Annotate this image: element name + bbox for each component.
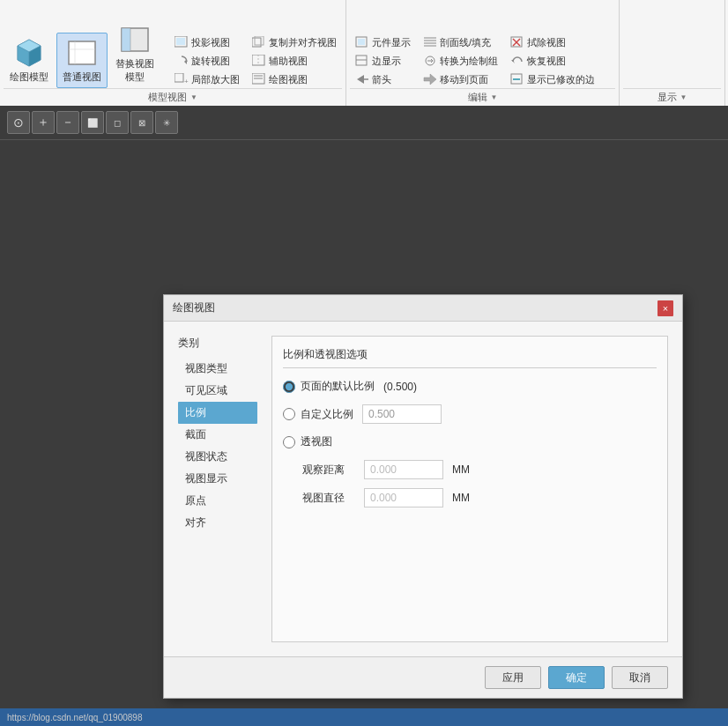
cut-icon <box>423 36 437 48</box>
ribbon-group-edit-label[interactable]: 编辑 ▼ <box>350 88 615 106</box>
svg-marker-32 <box>424 74 436 85</box>
dialog-title-bar: 绘图视图 × <box>164 295 682 322</box>
perspective-label[interactable]: 透视图 <box>283 434 332 449</box>
confirm-button[interactable]: 确定 <box>548 666 605 689</box>
observe-distance-unit: MM <box>452 463 470 476</box>
page-default-scale-radio[interactable] <box>283 381 295 393</box>
ribbon-group-model-view: 绘图模型 普通视图 替 <box>0 0 346 106</box>
sidebar-item-align[interactable]: 对齐 <box>178 512 257 534</box>
show-modified-button[interactable]: 显示已修改的边 <box>505 70 600 88</box>
replace-view-button[interactable]: 替换视图模型 <box>109 19 160 88</box>
rotate-view-button[interactable]: 旋转视图 <box>169 52 245 70</box>
view-diameter-label: 视图直径 <box>302 491 355 506</box>
local-zoom-button[interactable]: + 局部放大图 <box>169 70 245 88</box>
status-text: https://blog.csdn.net/qq_01900898 <box>7 713 142 722</box>
display-dropdown-arrow: ▼ <box>680 93 687 101</box>
observe-distance-row: 观察距离 MM <box>302 460 657 479</box>
dialog-close-button[interactable]: × <box>657 300 673 316</box>
view-diameter-unit: MM <box>452 492 470 504</box>
pan-button[interactable]: ⬜ <box>81 111 104 134</box>
repaint-button[interactable]: ⊠ <box>130 111 153 134</box>
draw-icon <box>252 73 266 85</box>
svg-rect-4 <box>69 41 95 64</box>
zoom-in-button[interactable]: ＋ <box>32 111 55 134</box>
select-button[interactable]: ◻ <box>106 111 129 134</box>
convert-draw-button[interactable]: 转换为绘制组 <box>418 52 503 70</box>
sidebar-item-view-type[interactable]: 视图类型 <box>178 358 257 380</box>
replace-icon <box>121 27 149 52</box>
sidebar-item-scale[interactable]: 比例 <box>178 402 257 424</box>
status-bar: https://blog.csdn.net/qq_01900898 <box>0 708 728 726</box>
move-page-button[interactable]: 移动到页面 <box>418 70 503 88</box>
apply-button[interactable]: 应用 <box>485 666 541 689</box>
zoom-icon: + <box>175 73 189 85</box>
page-default-scale-row: 页面的默认比例 (0.500) <box>283 379 657 394</box>
custom-scale-label[interactable]: 自定义比例 <box>283 407 353 422</box>
remove-icon <box>510 36 524 48</box>
dialog-content-panel: 比例和透视图选项 页面的默认比例 (0.500) 自定义比例 <box>271 336 668 642</box>
ribbon-group-model-view-label[interactable]: 模型视图 ▼ <box>4 88 342 106</box>
ribbon-group-edit: 元件显示 边显示 箭头 剖面线/填充 转换为绘制组 <box>346 0 620 106</box>
ribbon-toolbar: 绘图模型 普通视图 替 <box>0 0 728 106</box>
mini-toolbar: ⊙ ＋ － ⬜ ◻ ⊠ ✳ <box>0 106 728 140</box>
sidebar-item-view-state[interactable]: 视图状态 <box>178 446 257 468</box>
observe-distance-label: 观察距离 <box>302 463 355 478</box>
cube-icon <box>14 38 44 68</box>
svg-marker-36 <box>511 60 515 63</box>
custom-scale-input[interactable] <box>362 404 442 424</box>
normal-view-button[interactable]: 普通视图 <box>56 33 108 88</box>
remove-view-button[interactable]: 拭除视图 <box>505 33 600 51</box>
svg-rect-12 <box>175 73 183 82</box>
small-buttons-col1: 投影视图 旋转视图 + 局部放大图 <box>169 33 245 88</box>
sidebar-item-view-display[interactable]: 视图显示 <box>178 468 257 490</box>
dialog-sidebar: 类别 视图类型 可见区域 比例 截面 视图状态 视图显示 原点 对齐 <box>178 336 257 642</box>
component-show-button[interactable]: 元件显示 <box>350 33 416 51</box>
page-default-scale-label[interactable]: 页面的默认比例 (0.500) <box>283 379 417 394</box>
model-view-dropdown-arrow: ▼ <box>190 93 197 101</box>
copy-icon <box>252 36 266 48</box>
ribbon-group-display-body <box>623 4 721 88</box>
svg-marker-25 <box>357 75 364 84</box>
restore-view-button[interactable]: 恢复视图 <box>505 52 600 70</box>
perspective-radio[interactable] <box>283 436 295 448</box>
sidebar-item-origin[interactable]: 原点 <box>178 490 257 512</box>
projection-view-button[interactable]: 投影视图 <box>169 33 245 51</box>
edit-col2: 剖面线/填充 转换为绘制组 移动到页面 <box>418 33 503 88</box>
restore-icon <box>510 55 524 67</box>
main-canvas: 绘图视图 × 类别 视图类型 可见区域 比例 截面 视图状态 视图显示 原点 对… <box>0 140 728 707</box>
edit-col3: 拭除视图 恢复视图 显示已修改的边 <box>505 33 600 88</box>
cut-fill-button[interactable]: 剖面线/填充 <box>418 33 503 51</box>
view-diameter-row: 视图直径 MM <box>302 488 657 507</box>
svg-rect-10 <box>176 38 185 45</box>
rotate-icon <box>175 55 189 67</box>
copy-sym-view-button[interactable]: 复制并对齐视图 <box>247 33 342 51</box>
custom-scale-radio[interactable] <box>283 408 295 420</box>
aux-view-button[interactable]: 辅助视图 <box>247 52 342 70</box>
sidebar-item-section[interactable]: 截面 <box>178 424 257 446</box>
ribbon-group-display: 显示 ▼ <box>620 0 725 106</box>
svg-text:+: + <box>184 78 189 85</box>
arrow-button[interactable]: 箭头 <box>350 70 416 88</box>
drawing-view-dialog: 绘图视图 × 类别 视图类型 可见区域 比例 截面 视图状态 视图显示 原点 对… <box>163 294 683 699</box>
dialog-body: 类别 视图类型 可见区域 比例 截面 视图状态 视图显示 原点 对齐 比例和透视… <box>164 322 682 656</box>
modified-icon <box>510 73 524 85</box>
edge-show-button[interactable]: 边显示 <box>350 52 416 70</box>
draw-model-button[interactable]: 绘图模型 <box>4 33 55 88</box>
view-diameter-input[interactable] <box>364 488 443 507</box>
dialog-category-header: 类别 <box>178 336 257 351</box>
edge-icon <box>355 55 369 67</box>
cancel-button[interactable]: 取消 <box>612 666 668 689</box>
zoom-fit-button[interactable]: ⊙ <box>7 111 30 134</box>
ribbon-group-display-label[interactable]: 显示 ▼ <box>623 88 721 106</box>
aux-icon <box>252 55 266 67</box>
ribbon-group-edit-body: 元件显示 边显示 箭头 剖面线/填充 转换为绘制组 <box>350 4 615 88</box>
dialog-footer: 应用 确定 取消 <box>164 656 682 698</box>
draw-view-button[interactable]: 绘图视图 <box>247 70 342 88</box>
svg-rect-22 <box>358 39 365 45</box>
observe-distance-input[interactable] <box>364 460 443 479</box>
sidebar-item-visible-area[interactable]: 可见区域 <box>178 380 257 402</box>
zoom-out-button[interactable]: － <box>56 111 79 134</box>
perspective-row: 透视图 <box>283 434 657 449</box>
orient-button[interactable]: ✳ <box>155 111 178 134</box>
svg-marker-11 <box>184 59 187 64</box>
